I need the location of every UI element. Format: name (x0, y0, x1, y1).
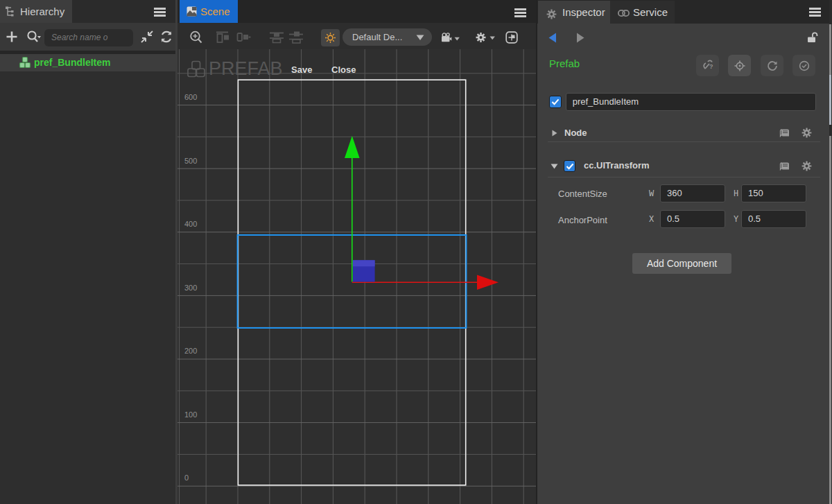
svg-text:Save: Save (291, 64, 312, 75)
svg-text:Close: Close (331, 64, 356, 75)
svg-text:300: 300 (184, 284, 197, 292)
svg-text:200: 200 (184, 347, 197, 355)
svg-text:?: ? (709, 63, 713, 70)
svg-text:100: 100 (184, 410, 197, 419)
svg-text:0: 0 (184, 473, 189, 482)
svg-text:PREFAB: PREFAB (209, 58, 283, 79)
svg-text:500: 500 (184, 157, 197, 165)
svg-text:400: 400 (184, 220, 197, 228)
svg-text:600: 600 (184, 93, 197, 101)
